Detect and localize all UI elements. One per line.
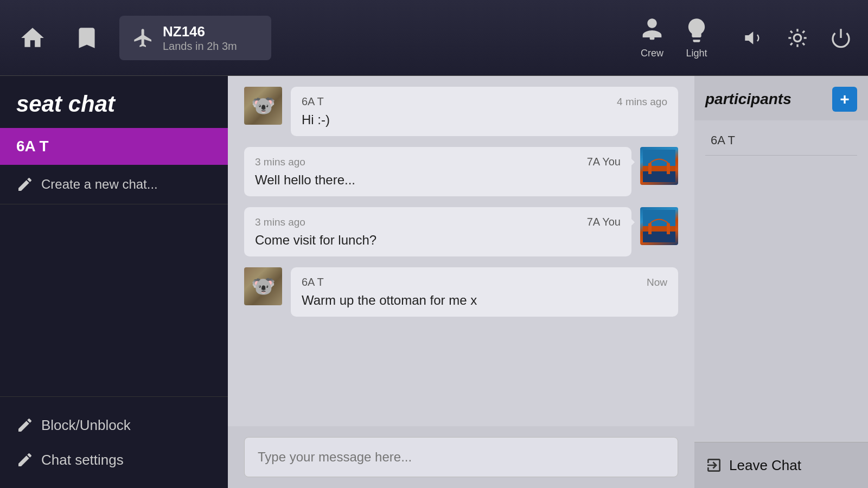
svg-rect-18 [643,232,675,242]
message-sender-2: 7A You [587,156,621,168]
avatar-7a-3 [640,207,678,245]
message-time-1: 4 mins ago [617,96,667,108]
message-content-2: 3 mins ago 7A You Well hello there... [244,147,631,196]
edit-icon [16,176,34,193]
message-text-4: Warm up the ottoman for me x [302,293,667,308]
message-input-area [228,426,694,488]
sidebar-title: seat chat [0,76,228,128]
block-unblock-label: Block/Unblock [41,417,131,434]
svg-rect-0 [650,33,655,40]
block-icon [16,416,34,434]
svg-point-1 [794,34,801,41]
message-input[interactable] [244,437,678,477]
message-bubble-2: 3 mins ago 7A You Well hello there... [244,147,631,196]
participants-bottom: Leave Chat [694,442,868,488]
message-text-2: Well hello there... [255,172,621,188]
create-new-chat-button[interactable]: Create a new chat... [0,165,228,204]
svg-rect-20 [667,223,670,234]
svg-line-9 [802,31,805,33]
leave-chat-label: Leave Chat [729,457,801,474]
message-header-1: 6A T 4 mins ago [302,95,667,108]
avatar-7a-2 [640,147,678,185]
message-header-4: 6A T Now [302,276,667,288]
message-content-4: 6A T Now Warm up the ottoman for me x [291,267,678,317]
bridge-icon [643,150,675,182]
svg-line-4 [790,31,793,33]
svg-rect-15 [667,163,670,174]
leave-chat-icon [705,457,723,474]
message-text-3: Come visit for lunch? [255,233,621,248]
bridge-icon-2 [643,210,675,242]
chat-item-label: 6A T [16,138,49,155]
participants-panel: participants + 6A T Leave Chat [694,76,868,488]
message-row-3: 3 mins ago 7A You Come visit for lunch? [244,207,678,256]
participants-header: participants + [694,76,868,120]
crew-icon [638,16,666,44]
flight-lands: Lands in 2h 3m [163,40,237,53]
settings-icon [16,451,34,468]
svg-rect-13 [643,171,675,182]
svg-rect-19 [648,223,652,234]
message-bubble-3: 3 mins ago 7A You Come visit for lunch? [244,207,631,256]
create-new-chat-label: Create a new chat... [41,177,158,192]
participant-item-6at: 6A T [705,126,857,156]
volume-button[interactable] [738,22,770,54]
message-header-2: 3 mins ago 7A You [255,156,621,168]
message-bubble-4: 6A T Now Warm up the ottoman for me x [291,267,678,317]
avatar-6at-1: 🐨 [244,87,282,125]
message-row-2: 3 mins ago 7A You Well hello there... [244,147,678,196]
chat-settings-label: Chat settings [41,452,124,468]
add-participant-button[interactable]: + [832,87,857,112]
sidebar-bottom: Block/Unblock Chat settings [0,396,228,488]
message-bubble-1: 6A T 4 mins ago Hi :-) [291,87,678,136]
power-button[interactable] [825,22,857,54]
message-text-1: Hi :-) [302,112,667,127]
message-sender-4: 6A T [302,276,324,288]
light-icon [682,16,711,44]
chat-panel: 🐨 6A T 4 mins ago Hi :-) [228,76,694,488]
crew-label: Crew [641,48,663,59]
message-row-1: 🐨 6A T 4 mins ago Hi :-) [244,87,678,136]
message-row-4: 🐨 6A T Now Warm up the ottoman for me x [244,267,678,317]
main-content: seat chat 6A T Create a new chat... Bloc… [0,76,868,488]
flight-number: NZ146 [163,23,237,40]
participants-list: 6A T [694,120,868,442]
crew-light-container: Crew Light [638,16,711,59]
message-content-1: 6A T 4 mins ago Hi :-) [291,87,678,136]
bookmark-button[interactable] [65,16,108,60]
message-header-3: 3 mins ago 7A You [255,216,621,228]
svg-line-8 [790,43,793,45]
message-time-4: Now [647,277,667,288]
participants-title: participants [705,91,792,108]
sidebar: seat chat 6A T Create a new chat... Bloc… [0,76,228,488]
light-button[interactable]: Light [682,16,711,59]
message-time-3: 3 mins ago [255,216,305,228]
block-unblock-button[interactable]: Block/Unblock [16,408,212,442]
svg-line-5 [802,43,805,45]
brightness-button[interactable] [781,22,814,54]
plane-icon [132,27,154,49]
messages-area: 🐨 6A T 4 mins ago Hi :-) [228,76,694,426]
message-sender-1: 6A T [302,95,324,108]
leave-chat-button[interactable]: Leave Chat [705,451,857,479]
flight-info: NZ146 Lands in 2h 3m [119,16,271,60]
chat-item-6at[interactable]: 6A T [0,128,228,165]
message-time-2: 3 mins ago [255,156,305,168]
home-button[interactable] [11,16,54,60]
light-label: Light [686,48,707,59]
message-content-3: 3 mins ago 7A You Come visit for lunch? [244,207,631,256]
svg-rect-14 [648,163,652,174]
chat-settings-button[interactable]: Chat settings [16,442,212,477]
crew-button[interactable]: Crew [638,16,666,59]
right-controls [738,22,857,54]
avatar-6at-4: 🐨 [244,267,282,305]
top-bar: NZ146 Lands in 2h 3m Crew Light [0,0,868,76]
message-sender-3: 7A You [587,216,621,228]
flight-text-container: NZ146 Lands in 2h 3m [163,23,237,53]
